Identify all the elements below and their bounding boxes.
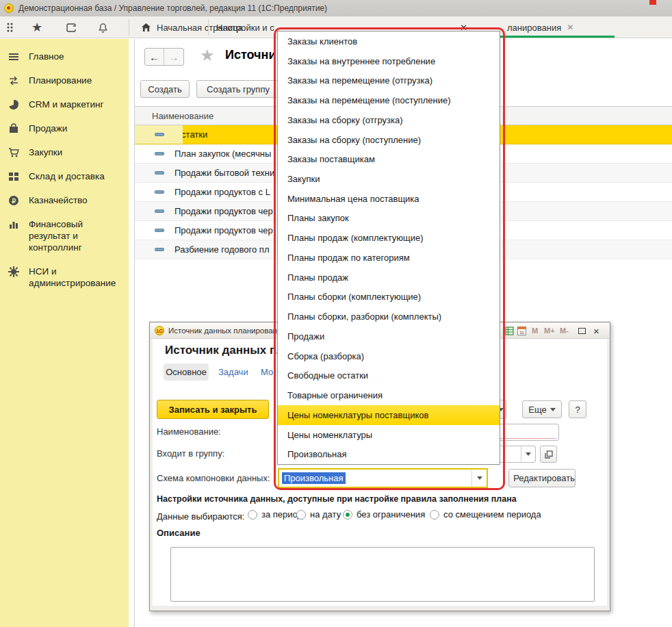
pie-chart-icon — [8, 99, 19, 110]
radio-circle — [248, 510, 257, 520]
chevron-down-icon — [550, 408, 556, 411]
dialog-heading: Источник данных пл — [165, 344, 284, 357]
dropdown-item[interactable]: Минимальная цена поставщика — [278, 189, 500, 209]
maximize-icon[interactable] — [578, 325, 586, 336]
svg-text:₽: ₽ — [12, 198, 16, 205]
dropdown-item[interactable]: Планы сборки, разборки (комплекты) — [278, 307, 500, 327]
gear-icon — [8, 266, 19, 277]
dropdown-item[interactable]: Планы продаж (комплектующие) — [278, 228, 500, 248]
edit-schema-button[interactable]: Редактировать — [508, 469, 576, 487]
chevron-down-icon[interactable] — [521, 446, 535, 462]
dropdown-item[interactable]: Произвольная — [278, 444, 500, 464]
active-tab-underline — [500, 36, 615, 38]
dialog-tab-my[interactable]: Мо — [261, 367, 273, 377]
window-titlebar: Демонстрационная база / Управление торго… — [0, 0, 672, 16]
favorite-star-icon[interactable]: ★ — [200, 46, 215, 65]
scale-m-button[interactable]: M — [532, 325, 538, 336]
radio-za-period[interactable]: за период — [248, 509, 302, 520]
sidebar-item-sales[interactable]: Продажи — [0, 116, 129, 140]
close-window-icon[interactable] — [649, 0, 656, 5]
dialog-1c-icon: 1С — [155, 326, 164, 335]
dropdown-item[interactable]: Свободные остатки — [278, 366, 500, 385]
dropdown-item[interactable]: Заказы поставщикам — [278, 149, 500, 169]
dialog-tab-tasks[interactable]: Задачи — [218, 367, 248, 377]
ruble-coin-icon: ₽ — [8, 195, 19, 206]
schema-field-label: Схема компоновки данных: — [157, 473, 270, 483]
dropdown-item[interactable]: Планы закупок — [278, 209, 500, 229]
sidebar-item-planning[interactable]: Планирование — [0, 68, 129, 92]
schema-combobox[interactable]: Произвольная — [278, 468, 488, 488]
more-button[interactable]: Еще — [522, 400, 562, 418]
bar-chart-icon — [8, 219, 19, 230]
description-label: Описание — [157, 528, 201, 538]
favorites-star-icon[interactable]: ★ — [29, 20, 45, 35]
dropdown-item-selected[interactable]: Цены номенклатуры поставщиков — [278, 405, 500, 425]
boxes-grid-icon — [8, 171, 19, 182]
scale-m-plus-button[interactable]: M+ — [544, 325, 555, 336]
dropdown-item[interactable]: Сборка (разборка) — [278, 346, 500, 366]
list-item-icon — [155, 229, 164, 232]
radio-so-smescheniem[interactable]: со смещением периода — [430, 509, 541, 520]
chevron-down-icon[interactable] — [471, 470, 487, 487]
sidebar: Главное Планирование CRM и маркетинг Про… — [0, 39, 129, 627]
help-button[interactable]: ? — [569, 400, 586, 418]
list-item-icon — [155, 248, 164, 251]
radio-circle — [296, 510, 306, 520]
cart-icon — [8, 147, 19, 158]
history-nav: ← → — [144, 48, 184, 66]
sidebar-item-finance[interactable]: Финансовый результат и контроллинг — [0, 212, 129, 259]
sidebar-item-treasury[interactable]: ₽ Казначейство — [0, 188, 129, 212]
history-scroll-icon[interactable] — [63, 20, 79, 35]
dropdown-item[interactable]: Цены номенклатуры — [278, 425, 500, 445]
name-field-label: Наименование: — [157, 426, 221, 437]
dropdown-item[interactable]: Заказы клиентов — [278, 31, 500, 51]
list-view-icon[interactable] — [505, 325, 514, 336]
notifications-bell-icon[interactable] — [94, 20, 111, 35]
scale-m-minus-button[interactable]: M- — [560, 325, 569, 336]
create-button[interactable]: Создать — [140, 80, 190, 98]
dialog-close-icon[interactable]: × — [593, 325, 599, 336]
dropdown-item[interactable]: Товарные ограничения — [278, 385, 500, 405]
dropdown-item[interactable]: Заказы на сборку (поступление) — [278, 130, 500, 150]
magic-wand-icon — [509, 474, 510, 483]
radio-circle — [430, 510, 439, 520]
group-field-label: Входит в группу: — [157, 448, 224, 459]
svg-text:31: 31 — [519, 331, 524, 335]
dialog-tab-main[interactable]: Основное — [164, 363, 209, 381]
schema-value: Произвольная — [282, 472, 346, 484]
hamburger-icon — [8, 51, 19, 62]
forward-button[interactable]: → — [164, 49, 183, 65]
tab-planning-close-icon[interactable]: ✕ — [567, 23, 573, 32]
menu-dots-icon[interactable] — [3, 20, 19, 35]
dropdown-item[interactable]: Заказы на перемещение (поступление) — [278, 90, 500, 110]
radio-bez-ogranicheniya[interactable]: без ограничения — [343, 509, 425, 520]
list-item-icon — [155, 209, 164, 213]
dropdown-item[interactable]: Заказы на перемещение (отгрузка) — [278, 71, 500, 90]
create-group-button[interactable]: Создать группу — [196, 80, 280, 98]
sidebar-item-crm[interactable]: CRM и маркетинг — [0, 92, 129, 116]
dropdown-item[interactable]: Планы сборки (комплектующие) — [278, 287, 500, 307]
open-group-button[interactable] — [540, 446, 557, 463]
save-and-close-button[interactable]: Записать и закрыть — [157, 400, 269, 419]
tab-separator — [208, 19, 209, 36]
list-item-icon — [155, 171, 164, 175]
dropdown-item[interactable]: Планы продаж — [278, 268, 500, 287]
dropdown-item[interactable]: Заказы на внутреннее потребление — [278, 51, 500, 71]
sidebar-item-warehouse[interactable]: Склад и доставка — [0, 164, 129, 188]
description-textarea[interactable] — [170, 547, 595, 602]
dropdown-item[interactable]: Продажи — [278, 327, 500, 346]
tab-label: Настройки и с — [216, 23, 274, 33]
calendar-icon[interactable]: 31 — [517, 325, 526, 336]
dropdown-item[interactable]: Закупки — [278, 169, 500, 189]
dropdown-item[interactable]: Планы продаж по категориям — [278, 248, 500, 268]
dropdown-item[interactable]: Заказы на сборку (отгрузка) — [278, 110, 500, 130]
sidebar-item-main[interactable]: Главное — [0, 44, 129, 68]
tab-settings[interactable]: Настройки и с — [209, 16, 281, 38]
sidebar-item-purchases[interactable]: Закупки — [0, 140, 129, 164]
window-title: Демонстрационная база / Управление торго… — [18, 3, 327, 13]
radio-na-datu[interactable]: на дату — [296, 509, 341, 520]
sidebar-item-nsi-admin[interactable]: НСИ и администрирование — [0, 259, 129, 295]
back-button[interactable]: ← — [145, 49, 164, 65]
list-item-icon — [155, 190, 164, 194]
schema-dropdown-list: Заказы клиентов Заказы на внутреннее пот… — [277, 31, 500, 465]
